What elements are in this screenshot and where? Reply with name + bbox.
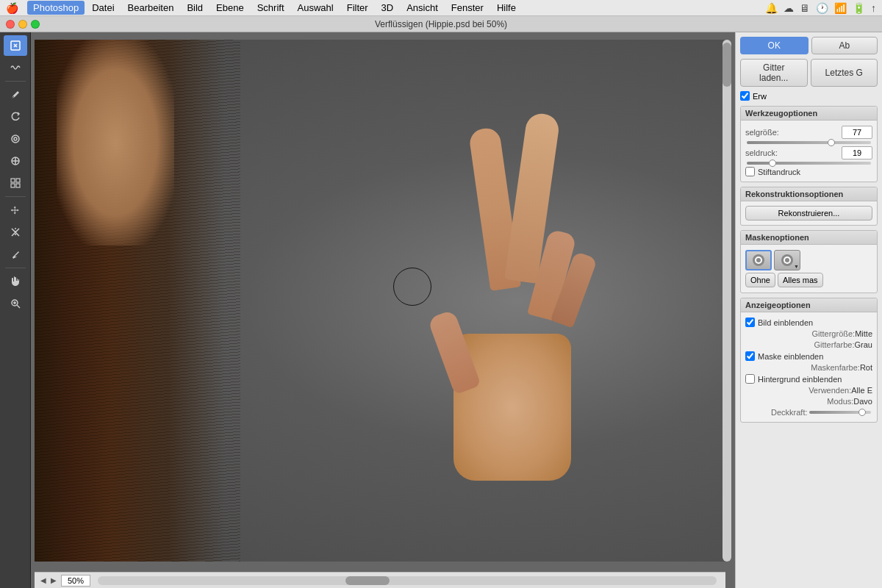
rotate-tool-btn[interactable]	[4, 107, 27, 127]
grid-tool-btn[interactable]	[4, 173, 27, 193]
seldruck-slider[interactable]	[747, 162, 871, 165]
svg-point-20	[756, 258, 761, 262]
vertical-scrollbar[interactable]	[723, 40, 731, 562]
apple-menu[interactable]: 🍎	[6, 2, 18, 14]
select-tool-btn[interactable]	[4, 35, 27, 56]
zoom-tool-btn[interactable]	[4, 293, 27, 314]
screen-icon[interactable]: 🖥	[800, 2, 810, 14]
gitterfarbe-value: Grau	[855, 340, 872, 349]
mask-icon-btn-1[interactable]	[745, 250, 772, 270]
seldruck-slider-row	[745, 162, 872, 165]
selgroesse-slider[interactable]	[747, 141, 871, 144]
rekonstruieren-button[interactable]: Rekonstruieren...	[745, 206, 872, 220]
pinch-tool-btn[interactable]	[4, 129, 27, 149]
deckkraft-label: Deckkraft:	[745, 408, 808, 417]
horizontal-scrollbar-thumb[interactable]	[345, 576, 390, 585]
menu-filter[interactable]: Filter	[341, 1, 374, 15]
canvas-nav-next[interactable]: ▶	[51, 576, 57, 584]
hand-tool-btn[interactable]	[4, 271, 27, 292]
modus-row: Modus: Davo	[745, 397, 872, 406]
rekonstruktionsoptionen-header: Rekonstruktionsoptionen	[741, 187, 877, 201]
selgroesse-thumb[interactable]	[828, 139, 835, 146]
pen-tool-btn[interactable]	[4, 85, 27, 105]
menu-3d[interactable]: 3D	[376, 1, 400, 15]
werkzeugoptionen-header: Werkzeugoptionen	[741, 107, 877, 121]
menu-right-icons: 🔔 ☁ 🖥 🕐 📶 🔋 ↑	[765, 2, 876, 14]
maskenfarbe-row: Maskenfarbe: Rot	[745, 363, 872, 372]
alles-mas-button[interactable]: Alles mas	[778, 273, 823, 287]
menu-bild[interactable]: Bild	[181, 1, 209, 15]
hintergrund-einblenden-checkbox[interactable]	[745, 374, 755, 384]
menu-fenster[interactable]: Fenster	[445, 1, 490, 15]
svg-point-23	[785, 258, 789, 262]
menu-auswahl[interactable]: Auswahl	[292, 1, 340, 15]
mirror-tool-btn[interactable]	[4, 222, 27, 243]
ok-button[interactable]: OK	[740, 37, 808, 54]
palm	[453, 334, 571, 481]
svg-rect-10	[16, 179, 20, 182]
battery-icon[interactable]: 🔋	[853, 2, 865, 14]
canvas-nav-prev[interactable]: ◀	[40, 576, 46, 584]
selgroesse-slider-row	[745, 141, 872, 144]
horizontal-scrollbar[interactable]	[98, 576, 717, 585]
anzeigeoptionen-content: Bild einblenden Gittergröße: Mitte Gitte…	[741, 312, 877, 422]
tool-separator-3	[5, 268, 26, 268]
svg-rect-12	[16, 184, 20, 187]
ohne-button[interactable]: Ohne	[745, 273, 775, 287]
svg-point-5	[14, 137, 17, 140]
seldruck-thumb[interactable]	[769, 159, 776, 167]
wifi-icon[interactable]: 📶	[834, 2, 847, 14]
menu-ebene[interactable]: Ebene	[210, 1, 250, 15]
seldruck-label: seldruck:	[745, 148, 778, 157]
maskenoptionen-header: Maskenoptionen	[741, 231, 877, 245]
svg-line-15	[17, 305, 20, 308]
hand-element	[409, 113, 615, 539]
bild-einblenden-row: Bild einblenden	[745, 318, 872, 327]
gittergroesse-label: Gittergröße:	[745, 329, 855, 338]
letztes-button[interactable]: Letztes G	[811, 59, 878, 87]
smudge-tool-btn[interactable]	[4, 244, 27, 265]
zoom-input[interactable]	[61, 575, 90, 587]
gitterfarbe-label: Gitterfarbe:	[745, 340, 855, 349]
mask-icon-btn-2[interactable]: ▼	[774, 250, 800, 270]
deckkraft-slider[interactable]	[809, 411, 872, 414]
canvas-container[interactable]	[35, 40, 725, 562]
menu-schrift[interactable]: Schrift	[251, 1, 290, 15]
clock-icon[interactable]: 🕐	[816, 2, 828, 14]
bild-einblenden-checkbox[interactable]	[745, 318, 755, 327]
move-tool-btn[interactable]	[4, 200, 27, 220]
maskenoptionen-content: ▼ Ohne Alles mas	[741, 245, 877, 293]
canvas-photo	[35, 40, 725, 562]
wave-tool-btn[interactable]	[4, 57, 27, 78]
menu-ansicht[interactable]: Ansicht	[401, 1, 444, 15]
selgroesse-input[interactable]	[842, 126, 872, 139]
left-toolbar	[0, 32, 31, 588]
arrow-icon[interactable]: ↑	[871, 2, 876, 14]
ab-button[interactable]: Ab	[811, 37, 878, 54]
gitter-laden-button[interactable]: Gitter laden...	[740, 59, 808, 87]
maximize-button[interactable]	[31, 20, 40, 29]
menu-bearbeiten[interactable]: Bearbeiten	[122, 1, 180, 15]
close-button[interactable]	[6, 20, 15, 29]
seldruck-input[interactable]	[842, 146, 872, 159]
rekonstruktionsoptionen-content: Rekonstruieren...	[741, 201, 877, 225]
right-panel: OK Ab Gitter laden... Letztes G Erw Werk…	[735, 32, 882, 588]
vertical-scrollbar-thumb[interactable]	[723, 43, 731, 87]
rekonstruktionsoptionen-section: Rekonstruktionsoptionen Rekonstruieren..…	[740, 187, 878, 226]
minimize-button[interactable]	[18, 20, 27, 29]
erw-checkbox[interactable]	[740, 91, 750, 101]
titlebar: Verflüssigen (Hippie.psd bei 50%)	[0, 16, 882, 32]
cloud-icon[interactable]: ☁	[784, 2, 794, 14]
notification-icon[interactable]: 🔔	[765, 2, 778, 14]
menu-datei[interactable]: Datei	[86, 1, 120, 15]
menu-photoshop[interactable]: Photoshop	[27, 1, 85, 15]
main-layout: ◀ ▶ OK Ab Gitter laden... Letztes G Erw …	[0, 32, 882, 588]
menu-hilfe[interactable]: Hilfe	[491, 1, 522, 15]
maskenfarbe-value: Rot	[860, 363, 872, 372]
selgroesse-row: selgröße:	[745, 126, 872, 139]
deckkraft-thumb[interactable]	[858, 409, 866, 416]
bloat-tool-btn[interactable]	[4, 151, 27, 171]
maske-einblenden-checkbox[interactable]	[745, 351, 755, 361]
anzeigeoptionen-section: Anzeigeoptionen Bild einblenden Gittergr…	[740, 298, 878, 423]
stiftandruck-checkbox[interactable]	[745, 167, 755, 176]
